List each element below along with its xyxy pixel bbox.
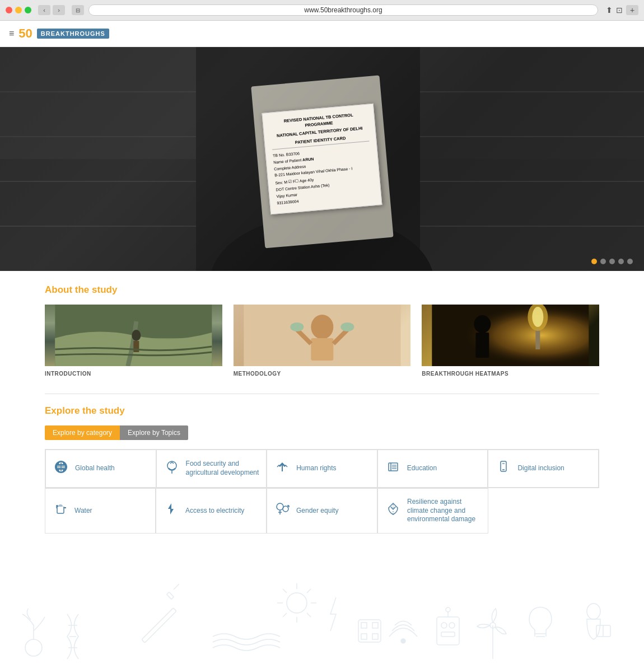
svg-rect-58 [167, 592, 174, 599]
cat-empty [488, 488, 599, 534]
dot-4[interactable] [618, 259, 624, 264]
svg-point-45 [56, 505, 58, 507]
heatmaps-card[interactable]: BREAKTHROUGH HEATMAPS [422, 305, 599, 377]
svg-line-59 [174, 584, 179, 590]
main-content: About the study INTRODUCT [0, 271, 644, 547]
svg-rect-57 [142, 608, 176, 643]
cat-food-security[interactable]: Food security and agricultural developme… [156, 450, 267, 488]
svg-rect-70 [361, 623, 367, 628]
svg-point-46 [277, 503, 283, 510]
dot-2[interactable] [600, 259, 606, 264]
resilience-icon [385, 501, 402, 520]
svg-rect-22 [311, 338, 333, 361]
svg-rect-2 [0, 47, 196, 159]
share-button[interactable]: ⬆ [606, 5, 613, 15]
address-bar[interactable]: www.50breakthroughs.org [88, 4, 598, 16]
explore-by-topics-btn[interactable]: Explore by Topics [120, 425, 188, 440]
bookmark-button[interactable]: ⊡ [616, 5, 623, 15]
category-grid-row2: Water Access to electricity Gender equit… [45, 488, 599, 534]
id-card: REVISED NATIONAL TB CONTROL PROGRAMME NA… [262, 103, 382, 214]
category-grid-row1: Global health Food security and agricult… [45, 449, 599, 488]
svg-line-68 [307, 613, 311, 617]
cat-electricity[interactable]: Access to electricity [156, 488, 267, 534]
svg-rect-71 [372, 623, 378, 628]
explore-by-category-btn[interactable]: Explore by category [45, 425, 120, 440]
intro-image [45, 305, 222, 366]
methodology-card[interactable]: METHODOLOGY [234, 305, 411, 377]
education-label: Education [407, 464, 437, 473]
close-button[interactable] [6, 7, 12, 13]
hero-visual: REVISED NATIONAL TB CONTROL PROGRAMME NA… [266, 108, 378, 210]
svg-point-74 [401, 639, 405, 643]
digital-inclusion-label: Digital inclusion [517, 464, 564, 473]
forward-button[interactable]: › [53, 5, 65, 15]
cat-gender-equity[interactable]: Gender equity [267, 488, 377, 534]
study-cards: INTRODUCTION METHODOL [45, 305, 599, 377]
hamburger-menu[interactable]: ≡ [9, 29, 14, 39]
svg-rect-28 [432, 305, 589, 366]
logo-number: 50 [18, 26, 32, 41]
section-divider [45, 394, 599, 394]
electricity-label: Access to electricity [185, 507, 244, 516]
svg-point-53 [25, 639, 42, 656]
site-header: ≡ 50 BREAKTHROUGHS [0, 21, 644, 47]
svg-point-17 [132, 330, 141, 341]
food-security-label: Food security and agricultural developme… [186, 460, 260, 477]
education-icon [385, 459, 402, 478]
maximize-button[interactable] [25, 7, 31, 13]
heatmaps-label: BREAKTHROUGH HEATMAPS [422, 371, 599, 377]
global-health-icon [53, 459, 69, 478]
svg-rect-8 [420, 47, 644, 159]
cat-human-rights[interactable]: Human rights [267, 450, 377, 488]
dot-5[interactable] [627, 259, 633, 264]
intro-card[interactable]: INTRODUCTION [45, 305, 222, 377]
tab-view-button[interactable]: ⊟ [72, 5, 84, 15]
svg-point-77 [449, 623, 455, 628]
svg-point-86 [587, 603, 600, 619]
human-rights-icon [274, 459, 291, 478]
cat-global-health[interactable]: Global health [45, 450, 156, 488]
cat-education[interactable]: Education [377, 450, 488, 488]
human-rights-label: Human rights [296, 464, 336, 473]
new-tab-button[interactable]: + [626, 5, 638, 15]
browser-chrome: ‹ › ⊟ www.50breakthroughs.org ⬆ ⊡ + [0, 0, 644, 21]
digital-inclusion-icon [495, 459, 512, 478]
svg-rect-69 [358, 620, 381, 642]
gender-equity-icon [274, 501, 291, 520]
svg-point-76 [441, 623, 447, 628]
footer-illustration [0, 569, 644, 669]
about-section-title: About the study [45, 284, 599, 296]
cat-water[interactable]: Water [45, 488, 156, 534]
hero-section: REVISED NATIONAL TB CONTROL PROGRAMME NA… [0, 47, 644, 271]
svg-line-65 [283, 589, 287, 593]
gender-equity-label: Gender equity [296, 507, 338, 516]
svg-rect-73 [372, 634, 378, 639]
svg-point-32 [474, 315, 491, 333]
minimize-button[interactable] [15, 7, 22, 13]
resilience-label: Resilience against climate change and en… [407, 498, 481, 524]
svg-point-60 [287, 593, 307, 613]
footer-decoration: ITT INSTITUTE FORTRANSFORMATIVETECHNOLOG… [0, 547, 644, 669]
logo-text: BREAKTHROUGHS [37, 29, 109, 39]
methodology-image [234, 305, 411, 366]
cat-digital-inclusion[interactable]: Digital inclusion [488, 450, 599, 488]
food-security-icon [164, 459, 180, 478]
svg-point-26 [340, 322, 354, 331]
svg-point-80 [446, 607, 450, 612]
dot-3[interactable] [609, 259, 615, 264]
hero-dots[interactable] [591, 259, 633, 264]
methodology-label: METHODOLOGY [234, 371, 411, 377]
intro-label: INTRODUCTION [45, 371, 222, 377]
cat-resilience[interactable]: Resilience against climate change and en… [377, 488, 488, 534]
svg-point-21 [311, 315, 333, 339]
svg-point-25 [290, 322, 304, 331]
svg-rect-75 [437, 617, 459, 645]
dot-1[interactable] [591, 259, 597, 264]
global-health-label: Global health [75, 464, 115, 473]
back-button[interactable]: ‹ [38, 5, 50, 15]
svg-line-66 [307, 589, 311, 593]
svg-rect-78 [441, 632, 455, 637]
explore-section-title: Explore the study [45, 405, 599, 417]
svg-line-67 [283, 613, 287, 617]
electricity-icon [163, 501, 180, 520]
